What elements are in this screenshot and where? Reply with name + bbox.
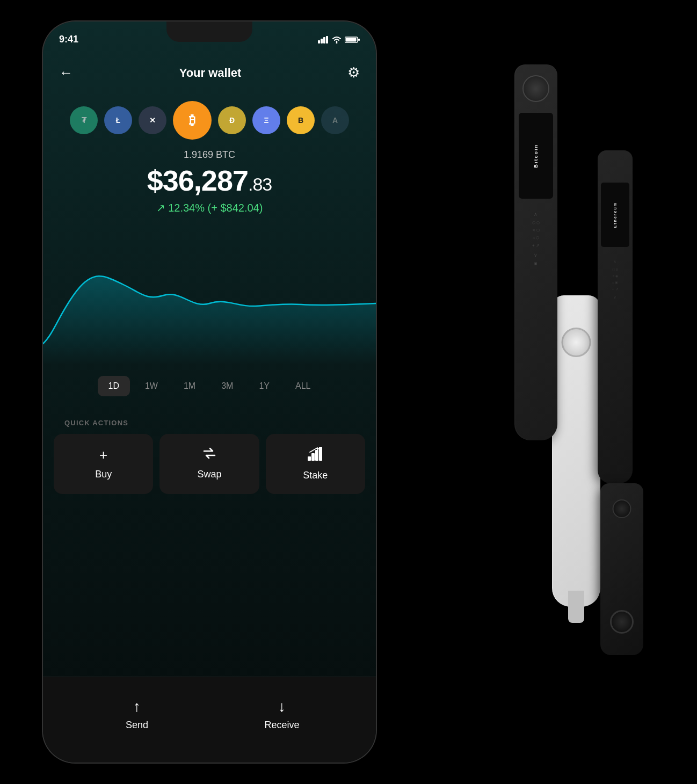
- svg-rect-2: [323, 37, 325, 43]
- svg-rect-8: [311, 453, 315, 461]
- coin-bitcoin-active[interactable]: ₿: [173, 101, 212, 140]
- coin-xrp[interactable]: ✕: [139, 106, 166, 134]
- swap-button[interactable]: Swap: [159, 434, 259, 494]
- device-bottom-circle: [610, 610, 634, 634]
- device-top-button: [522, 75, 549, 102]
- notch: [166, 21, 252, 42]
- time-tabs: 1D 1W 1M 3M 1Y ALL: [43, 376, 376, 396]
- tab-1y[interactable]: 1Y: [248, 376, 280, 396]
- tab-all[interactable]: ALL: [285, 376, 321, 396]
- device-screen-text: Bitcoin: [533, 144, 539, 168]
- chart-svg: [43, 226, 376, 365]
- quick-actions: + Buy Swap: [54, 434, 365, 494]
- device-slim-screen: Ethereum: [601, 183, 629, 247]
- quick-actions-label: QUICK ACTIONS: [64, 419, 128, 427]
- coin-doge[interactable]: Ð: [218, 106, 246, 134]
- coin-litecoin[interactable]: Ł: [104, 106, 132, 134]
- hardware-device-black-tall: Bitcoin ∧ ⬡ ⬡ ✕ ⬡ ⌂ ⬡ + ↗ ∨ ▣: [514, 64, 557, 440]
- buy-label: Buy: [95, 469, 112, 480]
- tab-1m[interactable]: 1M: [173, 376, 206, 396]
- send-label: Send: [126, 720, 148, 731]
- receive-icon: ↓: [278, 698, 286, 715]
- svg-rect-9: [315, 450, 318, 461]
- balance-fiat-cents: .83: [248, 174, 272, 194]
- svg-rect-6: [358, 39, 360, 41]
- coin-ethereum[interactable]: Ξ: [252, 106, 280, 134]
- send-icon: ↑: [133, 698, 141, 715]
- swap-label: Swap: [197, 469, 221, 480]
- header: ← Your wallet ⚙: [43, 54, 376, 92]
- receive-button[interactable]: ↓ Receive: [239, 698, 325, 731]
- balance-section: 1.9169 BTC $36,287.83 ↗ 12.34% (+ $842.0…: [43, 149, 376, 214]
- device-screen: Bitcoin: [519, 113, 553, 199]
- tab-1w[interactable]: 1W: [134, 376, 169, 396]
- bottom-bar: ↑ Send ↓ Receive: [43, 677, 376, 763]
- tab-1d[interactable]: 1D: [98, 376, 130, 396]
- scene: 9:41: [0, 0, 697, 784]
- buy-icon: +: [99, 447, 107, 463]
- coin-carousel: ₮ Ł ✕ ₿ Ð Ξ B A: [43, 101, 376, 140]
- hardware-device-black-slim: Ethereum ∧ ⬡ B ✕ ◉ ⌂ ▣ + ↗ ∨: [598, 150, 633, 483]
- status-icons: [318, 36, 360, 43]
- stake-label: Stake: [303, 470, 328, 481]
- svg-rect-1: [321, 39, 323, 43]
- battery-icon: [345, 36, 360, 43]
- price-chart: [43, 226, 376, 365]
- swap-icon: [202, 447, 217, 463]
- signal-icon: [318, 36, 329, 43]
- stake-button[interactable]: Stake: [266, 434, 365, 494]
- svg-rect-7: [308, 456, 311, 461]
- settings-button[interactable]: ⚙: [347, 64, 360, 81]
- tab-3m[interactable]: 3M: [210, 376, 244, 396]
- wifi-icon: [332, 36, 342, 43]
- phone: 9:41: [43, 21, 376, 763]
- svg-rect-10: [319, 447, 322, 461]
- coin-bnb[interactable]: B: [287, 106, 315, 134]
- hardware-device-white: [552, 295, 600, 607]
- phone-screen: 9:41: [43, 21, 376, 763]
- status-time: 9:41: [59, 34, 78, 45]
- stake-icon: [308, 447, 323, 464]
- hardware-device-bottom: [600, 483, 643, 655]
- balance-crypto: 1.9169 BTC: [43, 149, 376, 161]
- buy-button[interactable]: + Buy: [54, 434, 153, 494]
- receive-label: Receive: [264, 720, 299, 731]
- back-button[interactable]: ←: [59, 64, 73, 81]
- balance-fiat-main: $36,287: [147, 164, 248, 197]
- page-title: Your wallet: [179, 66, 242, 80]
- svg-rect-5: [346, 38, 357, 41]
- svg-rect-0: [318, 40, 320, 43]
- coin-algo[interactable]: A: [321, 106, 349, 134]
- balance-change: ↗ 12.34% (+ $842.04): [43, 201, 376, 214]
- coin-tether[interactable]: ₮: [70, 106, 98, 134]
- send-button[interactable]: ↑ Send: [94, 698, 180, 731]
- device-white-button: [562, 328, 591, 357]
- balance-fiat: $36,287.83: [43, 164, 376, 197]
- device-connector: [568, 591, 584, 623]
- svg-rect-3: [326, 36, 328, 43]
